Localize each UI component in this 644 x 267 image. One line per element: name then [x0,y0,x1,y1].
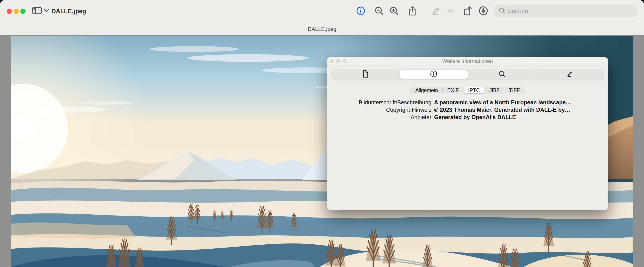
zoom-out-button[interactable] [374,5,384,16]
tab-search[interactable] [468,69,536,79]
window-header: DALLE.jpeg [0,0,644,36]
metadata-value: Generated by OpenAI's DALLE [434,114,516,121]
chevron-down-icon [44,9,49,13]
zoom-in-button[interactable] [389,5,399,16]
metadata-label: Copyright-Hinweis [327,106,434,114]
markup-pencil-icon [566,70,574,79]
subtab-label: JFIF [489,87,500,93]
toolbar-divider [444,6,444,16]
titlebar: DALLE.jpeg [0,0,644,23]
info-button[interactable] [356,5,366,16]
metadata-table: Bildunterschrift/Beschreibung A panorami… [327,99,599,121]
subtab-label: Allgemein [415,87,438,93]
metadata-row: Anbieter Generated by OpenAI's DALLE [327,114,599,121]
metadata-subtabs: Allgemein EXIF IPTC JFIF TIFF [410,87,525,94]
inspector-segmented-control [332,69,604,80]
inspector-zoom-button[interactable] [342,59,346,63]
inspector-toolbar [327,65,608,83]
inspector-close-button[interactable] [330,59,334,63]
markup-pen-button[interactable] [478,5,488,16]
search-icon [498,7,506,16]
subtab-exif[interactable]: EXIF [442,87,464,94]
metadata-subtabs-row: Allgemein EXIF IPTC JFIF TIFF [327,83,608,97]
inspector-titlebar[interactable]: Weitere Informationen [327,57,608,65]
preview-window: DALLE.jpeg [0,0,644,267]
tab-document[interactable] [332,69,399,79]
subtab-iptc[interactable]: IPTC [464,87,484,93]
metadata-row: Copyright-Hinweis © 2023 Thomas Maier. G… [327,106,599,114]
sidebar-toggle-button[interactable] [32,6,50,16]
sidebar-icon [32,7,42,15]
metadata-label: Anbieter [327,114,434,121]
share-button[interactable] [407,5,418,16]
search-input[interactable]: Suchen [494,5,636,17]
file-caption: DALLE.jpeg [0,23,644,35]
zoom-button[interactable] [20,9,26,14]
inspector-title: Weitere Informationen [442,58,493,64]
markup-dropdown-chevron [446,5,454,16]
search-icon [498,70,506,78]
metadata-value: © 2023 Thomas Maier. Generated with DALL… [434,106,570,114]
search-placeholder: Suchen [508,8,528,15]
rotate-left-button[interactable] [463,5,473,16]
tab-info[interactable] [400,70,468,79]
subtab-jfif[interactable]: JFIF [484,87,504,94]
inspector-minimize-button[interactable] [336,59,340,63]
document-icon [362,70,369,79]
window-title: DALLE.jpeg [52,0,86,23]
tab-markup[interactable] [536,69,604,79]
subtab-label: IPTC [468,87,480,93]
info-icon [430,70,437,78]
minimize-button[interactable] [14,9,19,14]
close-button[interactable] [7,9,12,14]
subtab-label: EXIF [447,87,459,93]
markup-pencil-button [431,5,441,16]
subtab-tiff[interactable]: TIFF [504,87,524,94]
subtab-label: TIFF [509,87,520,93]
inspector-window: Weitere Informationen [327,57,608,210]
subtab-allgemein[interactable]: Allgemein [410,87,442,94]
metadata-label: Bildunterschrift/Beschreibung [327,99,434,106]
metadata-value: A panoramic view of a North European lan… [434,99,571,106]
metadata-row: Bildunterschrift/Beschreibung A panorami… [327,99,599,106]
